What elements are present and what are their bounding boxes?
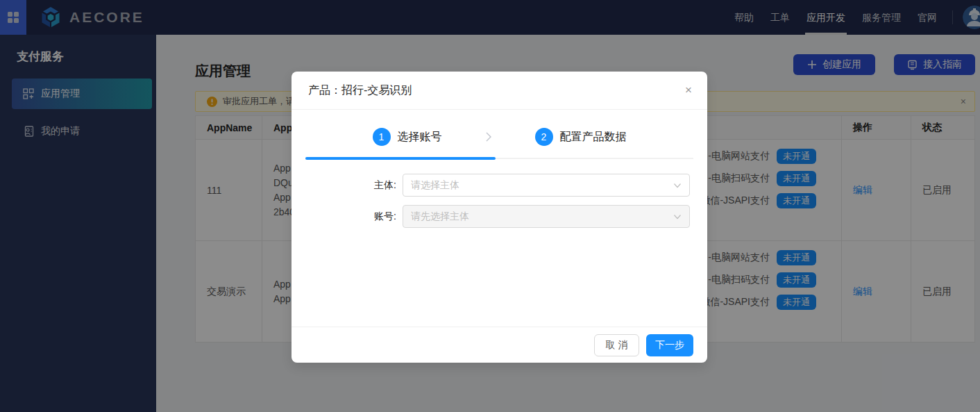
account-form: 主体: 请选择主体 账号: 请先选择主体 — [292, 174, 707, 228]
step-number: 1 — [373, 128, 391, 146]
account-form-row: 账号: 请先选择主体 — [292, 205, 707, 228]
product-modal: 产品：招行-交易识别 × 1 选择账号 2 配置产品数据 主体 — [292, 72, 707, 363]
subject-select[interactable]: 请选择主体 — [403, 174, 690, 197]
step-label: 选择账号 — [398, 130, 442, 145]
app-root: AECORE 帮助 工单 应用开发 服务管理 官网 支付服务 — [0, 0, 980, 412]
account-label: 账号: — [344, 211, 403, 223]
wizard-steps: 1 选择账号 2 配置产品数据 — [292, 128, 707, 146]
account-select[interactable]: 请先选择主体 — [403, 205, 690, 228]
modal-header: 产品：招行-交易识别 — [292, 72, 707, 110]
chevron-down-icon — [673, 181, 682, 193]
account-select-placeholder: 请先选择主体 — [411, 211, 469, 223]
step-configure-product: 2 配置产品数据 — [535, 128, 627, 146]
cancel-button[interactable]: 取 消 — [594, 334, 639, 356]
modal-close-icon[interactable]: × — [685, 84, 692, 96]
chevron-down-icon — [673, 212, 682, 224]
modal-title: 产品：招行-交易识别 — [308, 83, 412, 98]
subject-form-row: 主体: 请选择主体 — [292, 174, 707, 197]
step-select-account: 1 选择账号 — [373, 128, 442, 146]
subject-label: 主体: — [344, 179, 403, 192]
next-step-button[interactable]: 下一步 — [646, 334, 693, 356]
modal-footer: 取 消 下一步 — [292, 327, 707, 363]
steps-progress-track — [305, 157, 693, 160]
step-label: 配置产品数据 — [560, 130, 627, 145]
steps-progress-fill — [305, 157, 496, 160]
step-chevron-icon — [484, 131, 493, 143]
subject-select-placeholder: 请选择主体 — [411, 179, 459, 192]
step-number: 2 — [535, 128, 553, 146]
